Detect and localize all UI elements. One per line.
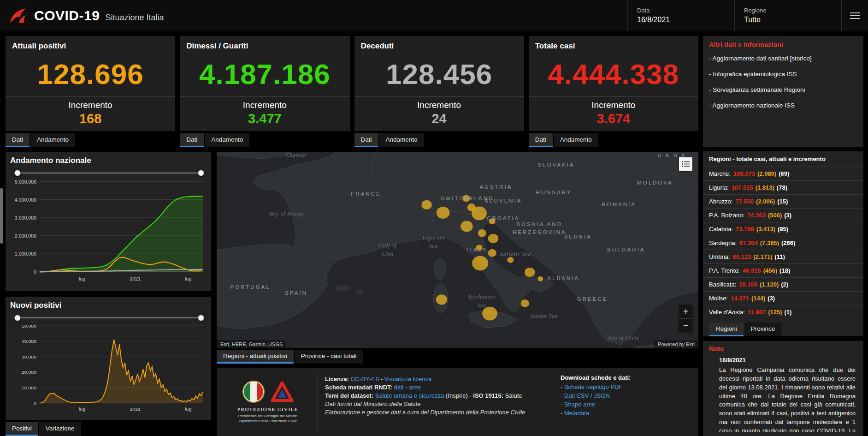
region-row[interactable]: Marche:108.073(2.980)(69)	[703, 167, 863, 181]
region-bubble[interactable]	[478, 230, 486, 237]
zoom-in-button[interactable]: +	[679, 305, 692, 318]
date-selector[interactable]: Data 16/8/2021	[627, 0, 734, 31]
downloads-title: Download schede e dati:	[561, 374, 691, 381]
region-row[interactable]: P.A. Trento:46.915(456)(18)	[703, 264, 863, 278]
region-bubble[interactable]	[488, 234, 498, 243]
license-link[interactable]: Salute umana e sicurezza	[375, 392, 444, 399]
region-bubble[interactable]	[538, 276, 543, 281]
license-link[interactable]: aree	[409, 384, 421, 391]
region-row[interactable]: P.A. Bolzano:74.263(506)(3)	[703, 209, 863, 222]
region-row[interactable]: Sardegna:67.304(7.385)(266)	[703, 236, 863, 250]
slider-handle-left[interactable]	[14, 170, 21, 176]
region-bubble[interactable]	[422, 201, 431, 209]
tab-dati[interactable]: Dati	[529, 133, 553, 147]
card-value: 128.696	[12, 52, 169, 96]
date-label: Data	[637, 7, 725, 14]
svg-text:20.000: 20.000	[22, 370, 37, 375]
license-info: Licenza: CC-BY-4.0 - Visualizza licenzaS…	[317, 372, 547, 431]
right-sidebar: Altri dati e informazioni - Aggiornament…	[703, 36, 863, 436]
region-bubble[interactable]	[489, 219, 495, 224]
tab-andamento[interactable]: Andamento	[379, 133, 424, 147]
svg-text:30.000: 30.000	[22, 354, 37, 359]
altri-dati-link[interactable]: - Aggiornamento dati sanitari [storico]	[709, 54, 857, 63]
region-row[interactable]: Molise:14.071(144)(3)	[703, 292, 863, 305]
note-panel: Note 16/8/2021 La Regione Campania comun…	[703, 341, 863, 436]
region-bubble[interactable]	[525, 268, 535, 277]
region-bubble[interactable]	[476, 245, 482, 250]
slider-handle-left[interactable]	[14, 315, 21, 321]
download-link[interactable]: - Shape aree	[561, 401, 691, 408]
regioni-title: Regioni - totale casi, attuali e increme…	[703, 151, 863, 167]
region-row[interactable]: Valle d'Aosta:11.907(125)(1)	[703, 305, 863, 319]
regioni-tabs: Regioni Province	[709, 323, 863, 336]
license-link[interactable]: Visualizza licenza	[384, 376, 431, 382]
slider-track[interactable]	[18, 173, 201, 173]
tab-regioni[interactable]: Regioni	[709, 323, 744, 336]
tab-andamento[interactable]: Andamento	[554, 133, 598, 147]
region-bubble[interactable]	[508, 257, 514, 263]
tab-province[interactable]: Province	[744, 323, 782, 336]
tab-dati[interactable]: Dati	[180, 133, 204, 147]
zoom-out-button[interactable]: −	[679, 318, 692, 332]
note-text: La Regione Campania comunica che due dei…	[709, 366, 857, 432]
menu-icon[interactable]	[841, 0, 868, 31]
svg-text:lug: lug	[79, 406, 85, 412]
download-link[interactable]: - Dati CSV / JSON	[561, 392, 691, 399]
left-scrollbar-fragment[interactable]	[0, 188, 3, 244]
altri-dati-link[interactable]: - Infografica epidemiologica ISS	[709, 70, 857, 79]
increment-value: 3.674	[535, 110, 692, 131]
license-link[interactable]: dati	[394, 384, 404, 391]
card-value: 4.444.338	[535, 52, 692, 96]
svg-text:lug: lug	[185, 406, 191, 412]
region-bubble[interactable]	[463, 195, 470, 201]
map-attribution: Esri, HERE, Garmin, USGS	[217, 340, 286, 348]
time-range-slider	[16, 169, 203, 177]
region-bubble[interactable]	[461, 221, 472, 232]
stat-card-totale-casi: Totale casi 4.444.338 Incremento 3.674 D…	[529, 36, 698, 147]
region-bubble[interactable]	[488, 250, 496, 257]
tab-andamento[interactable]: Andamento	[205, 133, 249, 147]
tab-province-casi-totali[interactable]: Province - casi totali	[295, 350, 363, 364]
region-bubble[interactable]	[472, 207, 486, 220]
tab-dati[interactable]: Dati	[6, 133, 30, 147]
altri-dati-panel: Altri dati e informazioni - Aggiornament…	[703, 36, 863, 147]
slider-handle-right[interactable]	[198, 315, 204, 321]
region-row[interactable]: Abruzzo:77.550(2.006)(15)	[703, 195, 863, 209]
region-row[interactable]: Calabria:73.799(3.413)(95)	[703, 222, 863, 236]
region-selector[interactable]: Regione Tutte	[734, 0, 841, 31]
slider-handle-right[interactable]	[198, 170, 204, 176]
region-row[interactable]: Basilicata:28.105(1.120)(2)	[703, 278, 863, 292]
region-row[interactable]: Liguria:107.515(1.813)(78)	[703, 181, 863, 195]
app-subtitle: Situazione Italia	[105, 13, 164, 23]
tab-regioni-attuali-positivi[interactable]: Regioni - attuali positivi	[217, 350, 294, 364]
download-link[interactable]: - Schede riepilogo PDF	[561, 383, 691, 390]
card-value: 4.187.186	[186, 52, 343, 96]
region-row[interactable]: Umbria:60.123(2.171)(11)	[703, 250, 863, 264]
region-bubble[interactable]	[437, 295, 447, 305]
footer-info-panel: PROTEZIONE CIVILE Presidenza del Consigl…	[217, 368, 698, 436]
altri-dati-link[interactable]: - Sorveglianza settimanale Regioni	[709, 86, 857, 95]
tab-andamento[interactable]: Andamento	[30, 133, 75, 147]
tab-dati[interactable]: Dati	[354, 133, 378, 147]
footer-logo-title: PROTEZIONE CIVILE	[237, 406, 298, 412]
legend-button[interactable]	[679, 157, 692, 171]
nuovi-positivi-panel: Nuovi positivi 50.00040.00030.00020.0001…	[6, 297, 211, 420]
altri-dati-link[interactable]: - Aggiornamento nazionale ISS	[709, 102, 857, 110]
region-bubble[interactable]	[483, 307, 497, 320]
card-title: Dimessi / Guariti	[186, 40, 343, 52]
region-bubble[interactable]	[521, 300, 529, 307]
nuovi-positivi-chart[interactable]: 50.00040.00030.00020.00010.0000lug2021lu…	[10, 322, 207, 418]
andamento-nazionale-chart[interactable]: 5.000.0004.000.0003.000.0002.000.0001.00…	[10, 177, 207, 289]
increment-label: Incremento	[186, 97, 343, 110]
download-link[interactable]: - Metadata	[561, 410, 691, 417]
italy-emblem-icon	[242, 380, 265, 403]
svg-text:0: 0	[34, 401, 36, 406]
italy-map[interactable]: U K R AChannelSLOVAKIAMOLDOVAAUSTRIAHUNG…	[217, 152, 698, 348]
license-link[interactable]: CC-BY-4.0	[351, 376, 379, 382]
slider-track[interactable]	[18, 317, 201, 318]
svg-text:5.000.000: 5.000.000	[15, 179, 36, 184]
region-bubble[interactable]	[472, 256, 488, 270]
tab-variazione[interactable]: Variazione	[39, 422, 81, 436]
tab-positivi[interactable]: Positivi	[6, 422, 38, 436]
region-bubble[interactable]	[437, 207, 449, 219]
